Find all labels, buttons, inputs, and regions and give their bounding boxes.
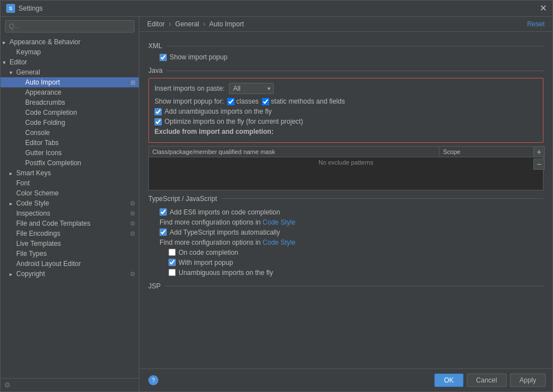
sidebar-item-smart-keys[interactable]: ▸ Smart Keys [1, 168, 139, 178]
show-import-popup-checkbox[interactable] [160, 54, 167, 61]
unambiguous-fly-label: Unambiguous imports on the fly [179, 269, 273, 277]
sidebar-item-label: Gutter Icons [25, 149, 62, 157]
sidebar-item-label: Inspections [16, 209, 50, 217]
xml-section-header: XML [148, 42, 543, 50]
sidebar-item-label: Postfix Completion [25, 159, 81, 167]
breadcrumb: Editor › General › Auto Import [147, 20, 244, 28]
add-unambiguous-checkbox[interactable] [154, 108, 162, 115]
add-es6-checkbox[interactable] [160, 208, 167, 216]
sidebar-item-file-types[interactable]: File Types [1, 249, 139, 259]
sidebar-item-label: Breadcrumbs [25, 99, 65, 106]
add-unambiguous-row: Add unambiguous imports on the fly [154, 108, 537, 115]
sidebar-item-label: Color Scheme [16, 189, 59, 197]
sidebar-item-keymap[interactable]: Keymap [1, 47, 139, 57]
sidebar-item-label: Editor [10, 58, 27, 66]
no-patterns-text: No exclude patterns [149, 157, 543, 168]
sidebar-item-editor[interactable]: ▾ Editor [1, 57, 139, 67]
sidebar-item-label: Code Completion [25, 109, 77, 116]
reset-button[interactable]: Reset [527, 20, 545, 28]
sidebar-item-live-templates[interactable]: Live Templates [1, 239, 139, 249]
sidebar-item-label: Auto Import [25, 78, 60, 86]
add-typescript-row: Add TypeScript imports automatically [160, 228, 543, 236]
insert-imports-label: Insert imports on paste: [154, 85, 224, 92]
optimize-imports-checkbox[interactable] [154, 118, 162, 125]
find-more-1-row: Find more configuration options in Code … [160, 218, 543, 226]
sidebar-item-inspections[interactable]: Inspections ⚙ [1, 208, 139, 218]
expand-arrow: ▸ [10, 200, 16, 207]
cog-icon: ⚙ [130, 230, 135, 237]
sidebar-item-label: General [16, 68, 40, 76]
ts-options: Add ES6 imports on code completion Find … [148, 208, 543, 277]
sidebar: ▸ Appearance & Behavior Keymap ▾ Editor … [1, 17, 139, 391]
help-button[interactable]: ? [148, 375, 158, 385]
add-es6-row: Add ES6 imports on code completion [160, 208, 543, 216]
sidebar-item-android-layout-editor[interactable]: Android Layout Editor [1, 259, 139, 269]
sidebar-item-label: Copyright [16, 270, 45, 278]
sidebar-item-auto-import[interactable]: Auto Import ⊞ [1, 77, 139, 87]
sidebar-item-postfix-completion[interactable]: Postfix Completion [1, 158, 139, 168]
cog-icon: ⚙ [130, 270, 135, 278]
sidebar-item-label: Code Folding [25, 119, 65, 127]
breadcrumb-bar: Editor › General › Auto Import Reset [139, 17, 552, 32]
footer: ? OK Cancel Apply [139, 368, 552, 391]
ok-button[interactable]: OK [434, 374, 463, 387]
exclude-label: Exclude from import and completion: [154, 128, 537, 136]
title-bar: S Settings ✕ [1, 1, 552, 17]
sidebar-item-code-completion[interactable]: Code Completion [1, 108, 139, 118]
sidebar-item-file-encodings[interactable]: File Encodings ⚙ [1, 228, 139, 239]
sidebar-item-editor-tabs[interactable]: Editor Tabs [1, 138, 139, 148]
cog-icon: ⚙ [130, 220, 135, 227]
sidebar-gear-icon[interactable]: ⚙ [4, 381, 11, 389]
add-unambiguous-label: Add unambiguous imports on the fly [165, 108, 271, 115]
sidebar-item-label: Editor Tabs [25, 139, 59, 147]
sidebar-item-color-scheme[interactable]: Color Scheme [1, 188, 139, 198]
with-import-popup-checkbox[interactable] [168, 259, 176, 266]
sidebar-item-code-style[interactable]: ▸ Code Style ⚙ [1, 198, 139, 208]
classes-checkbox[interactable] [227, 98, 235, 105]
close-button[interactable]: ✕ [540, 4, 547, 13]
sidebar-item-file-code-templates[interactable]: File and Code Templates ⚙ [1, 218, 139, 228]
sidebar-item-appearance[interactable]: Appearance [1, 87, 139, 97]
java-section-label: Java [148, 67, 162, 74]
sidebar-item-console[interactable]: Console [1, 128, 139, 138]
unambiguous-fly-checkbox[interactable] [168, 269, 176, 276]
expand-arrow: ▾ [3, 59, 10, 66]
find-more-1-prefix: Find more configuration options in [160, 218, 263, 226]
on-code-completion-label: On code completion [179, 249, 238, 256]
static-methods-checkbox[interactable] [262, 98, 269, 105]
code-style-link-1[interactable]: Code Style [263, 218, 296, 226]
settings-content: XML Show import popup Java Insert import… [139, 32, 552, 368]
insert-imports-select[interactable]: All Ask None [229, 83, 274, 94]
apply-button[interactable]: Apply [510, 374, 546, 387]
add-typescript-checkbox[interactable] [160, 228, 167, 236]
classes-checkbox-label: classes [227, 97, 259, 105]
sidebar-item-copyright[interactable]: ▸ Copyright ⚙ [1, 269, 139, 279]
sidebar-item-font[interactable]: Font [1, 178, 139, 188]
tree-area: ▸ Appearance & Behavior Keymap ▾ Editor … [1, 36, 139, 378]
jsp-section-label: JSP [148, 282, 161, 290]
static-methods-label: static methods and fields [271, 97, 345, 105]
sidebar-item-appearance-behavior[interactable]: ▸ Appearance & Behavior [1, 37, 139, 47]
sidebar-item-general[interactable]: ▾ General [1, 67, 139, 77]
code-style-link-2[interactable]: Code Style [263, 239, 296, 246]
sidebar-item-breadcrumbs[interactable]: Breadcrumbs [1, 97, 139, 108]
sidebar-item-label: File Types [16, 250, 46, 258]
insert-imports-select-wrap: All Ask None [229, 83, 274, 94]
sidebar-item-label: Keymap [16, 48, 41, 56]
find-more-2-prefix: Find more configuration options in [160, 239, 263, 246]
window-title: Settings [18, 4, 43, 12]
sidebar-item-label: Font [16, 179, 30, 187]
table-remove-button[interactable]: − [533, 158, 545, 170]
table-header-scope: Scope [439, 147, 543, 157]
table-add-button[interactable]: + [533, 146, 545, 157]
with-import-popup-label: With import popup [179, 259, 233, 267]
search-input[interactable] [5, 20, 134, 32]
cancel-button[interactable]: Cancel [467, 374, 507, 387]
sidebar-item-code-folding[interactable]: Code Folding [1, 118, 139, 128]
on-code-completion-checkbox[interactable] [168, 249, 176, 256]
sidebar-item-label: File Encodings [16, 230, 60, 237]
show-import-popup-label: Show import popup [170, 53, 227, 61]
sidebar-item-gutter-icons[interactable]: Gutter Icons [1, 148, 139, 158]
sidebar-item-label: Appearance & Behavior [10, 38, 81, 46]
breadcrumb-general: General [175, 20, 199, 28]
